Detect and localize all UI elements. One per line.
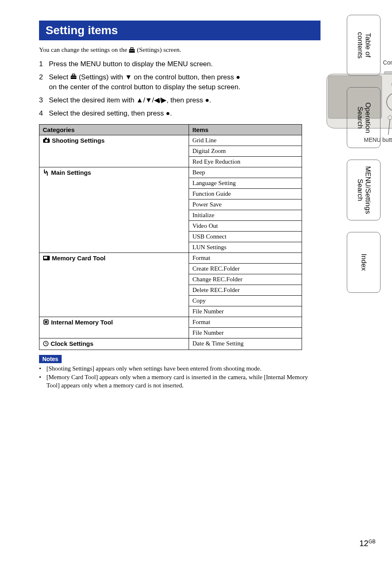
- side-tab[interactable]: MENU/SettingsSearch: [347, 160, 380, 220]
- camera-icon: [43, 137, 50, 144]
- category-cell: Internal Memory Tool: [39, 317, 189, 338]
- category-cell: Memory Card Tool: [39, 253, 189, 317]
- table-row: Shooting SettingsGrid Line: [39, 135, 302, 146]
- item-cell: Function Guide: [189, 188, 302, 199]
- item-cell: Copy: [189, 295, 302, 306]
- item-cell: Language Setting: [189, 178, 302, 188]
- step-number: 1: [39, 59, 49, 69]
- svg-rect-19: [45, 138, 47, 139]
- item-cell: Change REC.Folder: [189, 274, 302, 285]
- toolbox-icon: [129, 47, 135, 53]
- svg-point-20: [45, 140, 48, 142]
- item-cell: USB Connect: [189, 231, 302, 242]
- step: 1Press the MENU button to display the ME…: [39, 59, 240, 69]
- side-tab[interactable]: OperationSearch: [347, 87, 380, 148]
- step-text: Select (Settings) with ▼ on the control …: [49, 72, 240, 92]
- page-number-value: 12: [359, 539, 368, 548]
- item-cell: Red Eye Reduction: [189, 156, 302, 167]
- steps-list: 1Press the MENU button to display the ME…: [39, 59, 240, 118]
- notes-list: •[Shooting Settings] appears only when s…: [39, 365, 321, 390]
- intro-after: (Settings) screen.: [135, 46, 181, 53]
- note-text: [Memory Card Tool] appears only when a m…: [46, 373, 321, 389]
- item-cell: Grid Line: [189, 135, 302, 146]
- item-cell: Beep: [189, 167, 302, 178]
- notes-badge: Notes: [39, 355, 62, 363]
- item-cell: Video Out: [189, 220, 302, 231]
- col-items: Items: [189, 124, 302, 135]
- item-cell: Format: [189, 317, 302, 327]
- category-label: Internal Memory Tool: [51, 319, 113, 326]
- table-row: Internal Memory ToolFormat: [39, 317, 302, 327]
- table-row: Memory Card ToolFormat: [39, 253, 302, 263]
- svg-rect-23: [44, 257, 47, 259]
- wrench-icon: [43, 169, 49, 177]
- item-cell: File Number: [189, 327, 302, 338]
- side-tabs: Table ofcontentsOperationSearchMENU/Sett…: [347, 15, 380, 304]
- page-number: 12GB: [359, 539, 376, 548]
- svg-rect-14: [384, 72, 392, 74]
- col-categories: Categories: [39, 124, 189, 135]
- chip-icon: [43, 319, 49, 327]
- side-tab-label: OperationSearch: [356, 102, 371, 133]
- note-item: •[Shooting Settings] appears only when s…: [39, 365, 321, 373]
- svg-point-21: [48, 138, 49, 139]
- item-cell: Digital Zoom: [189, 146, 302, 156]
- step-text: Select the desired item with ▲/▼/◀/▶, th…: [49, 95, 240, 105]
- step: 2Select (Settings) with ▼ on the control…: [39, 72, 240, 92]
- step-number: 4: [39, 109, 49, 118]
- intro-text: You can change the settings on the (Sett…: [39, 46, 321, 53]
- step-text: Select the desired setting, then press ●…: [49, 109, 240, 118]
- clock-icon: [43, 341, 49, 348]
- step-text: Press the MENU button to display the MEN…: [49, 59, 240, 69]
- category-cell: Main Settings: [39, 167, 189, 253]
- category-label: Clock Settings: [51, 340, 93, 347]
- bullet: •: [39, 365, 46, 373]
- item-cell: Delete REC.Folder: [189, 285, 302, 295]
- svg-rect-2: [129, 51, 135, 51]
- svg-rect-4: [72, 74, 75, 76]
- step-number: 3: [39, 95, 49, 105]
- note-item: •[Memory Card Tool] appears only when a …: [39, 373, 321, 389]
- item-cell: Format: [189, 253, 302, 263]
- item-cell: Initialize: [189, 210, 302, 220]
- side-tab-label: Table ofcontents: [356, 32, 371, 58]
- side-tab[interactable]: Index: [347, 232, 380, 293]
- side-tab[interactable]: Table ofcontents: [347, 15, 380, 76]
- item-cell: File Number: [189, 306, 302, 317]
- category-label: Main Settings: [51, 169, 91, 176]
- item-cell: Power Save: [189, 199, 302, 210]
- step: 3Select the desired item with ▲/▼/◀/▶, t…: [39, 95, 240, 105]
- toolbox-icon: [70, 72, 77, 82]
- page-title: Setting items: [39, 21, 321, 40]
- item-cell: LUN Settings: [189, 242, 302, 253]
- category-cell: Clock Settings: [39, 338, 189, 350]
- table-row: Clock SettingsDate & Time Setting: [39, 338, 302, 350]
- side-tab-label: MENU/SettingsSearch: [356, 166, 371, 214]
- svg-rect-25: [45, 321, 47, 323]
- item-cell: Create REC.Folder: [189, 263, 302, 274]
- page-number-suffix: GB: [369, 539, 376, 544]
- svg-rect-1: [131, 48, 133, 49]
- bullet: •: [39, 373, 46, 389]
- category-label: Memory Card Tool: [52, 255, 106, 262]
- intro-before: You can change the settings on the: [39, 46, 129, 53]
- category-label: Shooting Settings: [52, 137, 104, 144]
- card-icon: [43, 255, 50, 262]
- step: 4Select the desired setting, then press …: [39, 109, 240, 118]
- note-text: [Shooting Settings] appears only when se…: [46, 365, 261, 373]
- categories-table: Categories Items Shooting SettingsGrid L…: [39, 124, 302, 350]
- item-cell: Date & Time Setting: [189, 338, 302, 350]
- side-tab-label: Index: [360, 254, 368, 271]
- category-cell: Shooting Settings: [39, 135, 189, 167]
- step-number: 2: [39, 72, 49, 92]
- table-row: Main SettingsBeep: [39, 167, 302, 178]
- svg-rect-5: [71, 77, 76, 77]
